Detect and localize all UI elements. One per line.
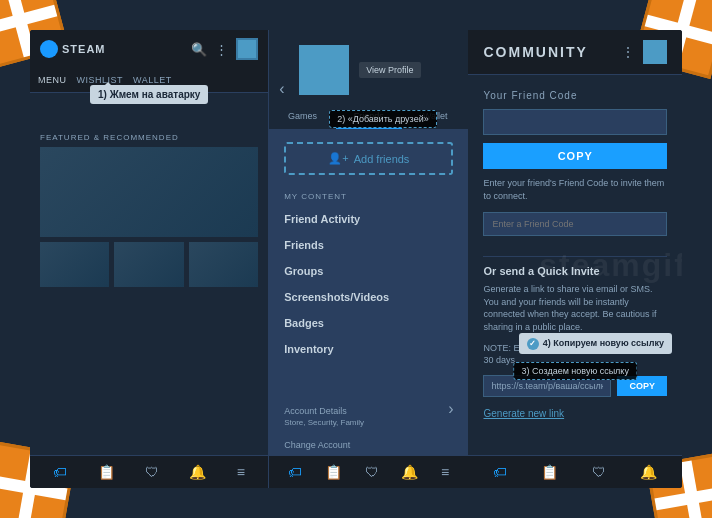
tooltip-copy-link: 4) Копируем новую ссылку (519, 333, 672, 354)
account-arrow-icon: › (448, 400, 453, 418)
generate-new-link-button[interactable]: Generate new link (483, 408, 564, 419)
avatar[interactable] (236, 38, 258, 60)
divider (483, 256, 667, 257)
view-profile-button[interactable]: View Profile (359, 62, 420, 78)
quick-invite-title: Or send a Quick Invite (483, 265, 667, 277)
quick-invite-desc-text: Generate a link to share via email or SM… (483, 284, 656, 332)
featured-thumb-2 (114, 242, 183, 287)
steam-bottom-nav: 🏷 📋 🛡 🔔 ≡ (30, 455, 268, 488)
quick-invite-desc: Generate a link to share via email or SM… (483, 283, 667, 333)
bottom-nav-notifications[interactable]: 🔔 (189, 464, 206, 480)
bottom-nav-menu[interactable]: ≡ (237, 464, 245, 480)
add-friends-button[interactable]: 👤+ Add friends (284, 142, 453, 175)
tab-games[interactable]: Games (269, 105, 335, 129)
profile-popup-panel: ‹ View Profile 2) «Добавить друзей» Game… (269, 30, 468, 488)
featured-grid (30, 237, 268, 292)
community-panel: COMMUNITY ⋮ steamgifts Your Friend Code … (468, 30, 682, 488)
bottom-nav-achievements-right[interactable]: 🛡 (592, 464, 606, 480)
menu-screenshots-videos[interactable]: Screenshots/Videos (269, 284, 468, 310)
profile-header: View Profile (269, 30, 468, 105)
featured-thumb-1 (40, 242, 109, 287)
change-account-item[interactable]: Change Account (269, 435, 468, 455)
community-avatar[interactable] (643, 40, 667, 64)
account-section: Account Details › Store, Security, Famil… (269, 391, 468, 435)
community-bottom-nav: 🏷 📋 🛡 🔔 (468, 455, 682, 488)
bottom-nav-store[interactable]: 🏷 (53, 464, 67, 480)
account-details-sub: Store, Security, Family (284, 418, 453, 427)
profile-avatar[interactable] (299, 45, 349, 95)
nav-menu[interactable]: MENU (38, 73, 67, 87)
menu-inventory[interactable]: Inventory (269, 336, 468, 362)
invite-hint-text: Enter your friend's Friend Code to invit… (483, 177, 667, 202)
add-friends-label: Add friends (354, 153, 410, 165)
back-arrow-icon[interactable]: ‹ (279, 80, 284, 98)
bottom-nav-library-mid[interactable]: 📋 (325, 464, 342, 480)
steam-header-icons: 🔍 ⋮ (191, 38, 258, 60)
steam-logo-text: STEAM (62, 43, 106, 55)
featured-thumb-3 (189, 242, 258, 287)
add-friends-icon: 👤+ (328, 152, 348, 165)
screen-container: STEAM 🔍 ⋮ MENU WISHLIST WALLET 1) Жмем н… (30, 30, 682, 488)
tooltip-add-friends: 2) «Добавить друзей» (329, 110, 437, 128)
steam-logo: STEAM (40, 40, 106, 58)
featured-main-image (40, 147, 258, 237)
your-friend-code-input[interactable] (483, 109, 667, 135)
your-friend-code-label: Your Friend Code (483, 90, 667, 101)
community-more-icon[interactable]: ⋮ (621, 44, 635, 60)
bottom-nav-library-right[interactable]: 📋 (541, 464, 558, 480)
bottom-nav-library[interactable]: 📋 (98, 464, 115, 480)
copy-friend-code-button[interactable]: COPY (483, 143, 667, 169)
community-content: steamgifts Your Friend Code COPY Enter y… (468, 75, 682, 455)
tooltip-generate-link: 3) Создаем новую ссылку (514, 362, 637, 380)
bottom-nav-achievements-mid[interactable]: 🛡 (365, 464, 379, 480)
bottom-nav-store-mid[interactable]: 🏷 (288, 464, 302, 480)
bottom-nav-achievements[interactable]: 🛡 (145, 464, 159, 480)
steam-icon (40, 40, 58, 58)
steam-header: STEAM 🔍 ⋮ (30, 30, 268, 68)
account-details-title[interactable]: Account Details (284, 406, 347, 416)
bottom-nav-menu-mid[interactable]: ≡ (441, 464, 449, 480)
menu-friends[interactable]: Friends (269, 232, 468, 258)
search-icon[interactable]: 🔍 (191, 42, 207, 57)
menu-groups[interactable]: Groups (269, 258, 468, 284)
community-header: COMMUNITY ⋮ (468, 30, 682, 75)
menu-badges[interactable]: Badges (269, 310, 468, 336)
community-title: COMMUNITY (483, 44, 587, 60)
steam-client-panel: STEAM 🔍 ⋮ MENU WISHLIST WALLET 1) Жмем н… (30, 30, 269, 488)
bottom-nav-notifications-mid[interactable]: 🔔 (401, 464, 418, 480)
bottom-nav-notifications-right[interactable]: 🔔 (640, 464, 657, 480)
enter-friend-code-input[interactable] (483, 212, 667, 236)
bottom-nav-store-right[interactable]: 🏷 (493, 464, 507, 480)
my-content-label: MY CONTENT (269, 187, 468, 206)
tooltip-click-avatar: 1) Жмем на аватарку (90, 85, 208, 104)
menu-friend-activity[interactable]: Friend Activity (269, 206, 468, 232)
more-icon[interactable]: ⋮ (215, 42, 228, 57)
profile-bottom-nav: 🏷 📋 🛡 🔔 ≡ (269, 455, 468, 488)
